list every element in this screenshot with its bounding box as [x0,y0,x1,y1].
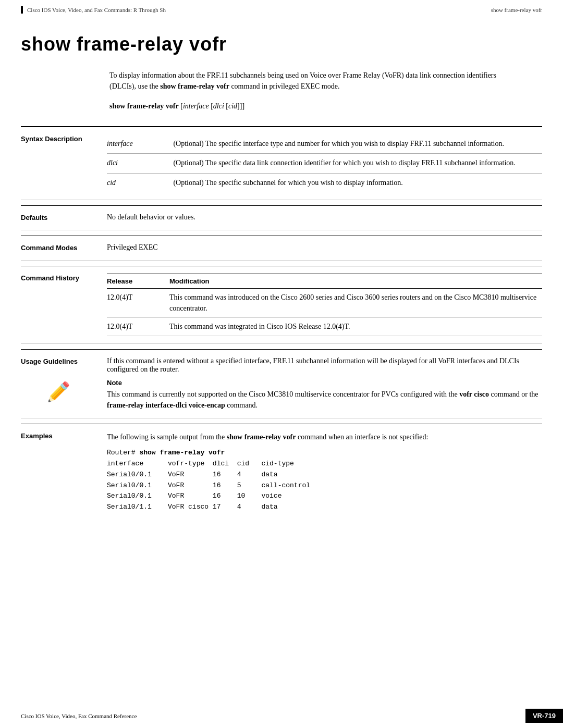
examples-code-block: Router# show frame-relay vofr interface … [107,448,542,513]
usage-guidelines-label: Usage Guidelines [21,357,107,374]
defaults-content: No default behavior or values. [107,213,542,221]
syntax-description-label: Syntax Description [21,134,107,144]
history-col-release: Release [107,274,169,289]
syntax-table: interface (Optional) The specific interf… [107,134,542,192]
history-col-modification: Modification [169,274,542,289]
history-header-row: Release Modification [107,274,542,289]
table-row: 12.0(4)T This command was introduced on … [107,289,542,318]
page-content: show frame-relay vofr To display informa… [0,18,563,551]
usage-guidelines-section: Usage Guidelines If this command is ente… [21,349,542,418]
command-history-content: Release Modification 12.0(4)T This comma… [107,274,542,336]
usage-guidelines-text: If this command is entered without a spe… [107,357,519,373]
usage-row: Usage Guidelines If this command is ente… [21,357,542,379]
note-text: This command is currently not supported … [107,389,542,411]
examples-label: Examples [21,431,107,441]
command-modes-content: Privileged EXEC [107,243,542,252]
syntax-description-section: Syntax Description interface (Optional) … [21,127,542,200]
defaults-section: Defaults No default behavior or values. [21,205,542,230]
footer-right: VR-719 [525,709,563,723]
table-row: interface (Optional) The specific interf… [107,134,542,154]
page-title: show frame-relay vofr [21,33,542,55]
page-header: Cisco IOS Voice, Video, and Fax Commands… [0,0,563,18]
note-row: ✏️ Note This command is currently not su… [21,379,542,418]
usage-guidelines-content: If this command is entered without a spe… [107,357,542,374]
table-row: 12.0(4)T This command was integrated in … [107,317,542,336]
syntax-desc-interface: (Optional) The specific interface type a… [173,134,542,154]
syntax-desc-cid: (Optional) The specific subchannel for w… [173,173,542,192]
defaults-label: Defaults [21,213,107,223]
note-icon-area: ✏️ [21,379,107,411]
command-modes-label: Command Modes [21,243,107,253]
table-row: dlci (Optional) The specific data link c… [107,154,542,173]
examples-content: The following is sample output from the … [107,431,542,513]
table-row: cid (Optional) The specific subchannel f… [107,173,542,192]
examples-intro: The following is sample output from the … [107,431,542,442]
header-left-text: Cisco IOS Voice, Video, and Fax Commands… [27,7,166,13]
defaults-text: No default behavior or values. [107,213,195,221]
syntax-term-interface: interface [107,134,173,154]
page-footer: Cisco IOS Voice, Video, Fax Command Refe… [0,704,563,728]
header-bar-left [21,6,23,14]
header-left: Cisco IOS Voice, Video, and Fax Commands… [21,6,166,14]
command-syntax: show frame-relay vofr [interface [dlci [… [109,102,542,110]
command-history-section: Command History Release Modification 12.… [21,266,542,344]
history-release-1: 12.0(4)T [107,289,169,318]
header-right-text: show frame-relay vofr [491,7,542,13]
command-modes-section: Command Modes Privileged EXEC [21,236,542,261]
footer-left-text: Cisco IOS Voice, Video, Fax Command Refe… [21,713,137,719]
examples-section: Examples The following is sample output … [21,424,542,520]
syntax-description-content: interface (Optional) The specific interf… [107,134,542,192]
note-pencil-icon: ✏️ [47,381,70,411]
footer-page-num: VR-719 [525,709,563,723]
history-table: Release Modification 12.0(4)T This comma… [107,274,542,336]
intro-paragraph: To display information about the FRF.11 … [109,70,521,92]
syntax-term-dlci: dlci [107,154,173,173]
note-label: Note [107,379,133,387]
note-content-area: Note This command is currently not suppo… [107,379,542,411]
syntax-command: show frame-relay vofr [109,102,179,110]
syntax-term-cid: cid [107,173,173,192]
history-modification-1: This command was introduced on the Cisco… [169,289,542,318]
note-label-row: Note [107,379,542,387]
history-modification-2: This command was integrated in Cisco IOS… [169,317,542,336]
history-release-2: 12.0(4)T [107,317,169,336]
syntax-desc-dlci: (Optional) The specific data link connec… [173,154,542,173]
command-modes-text: Privileged EXEC [107,243,158,251]
command-history-label: Command History [21,274,107,283]
